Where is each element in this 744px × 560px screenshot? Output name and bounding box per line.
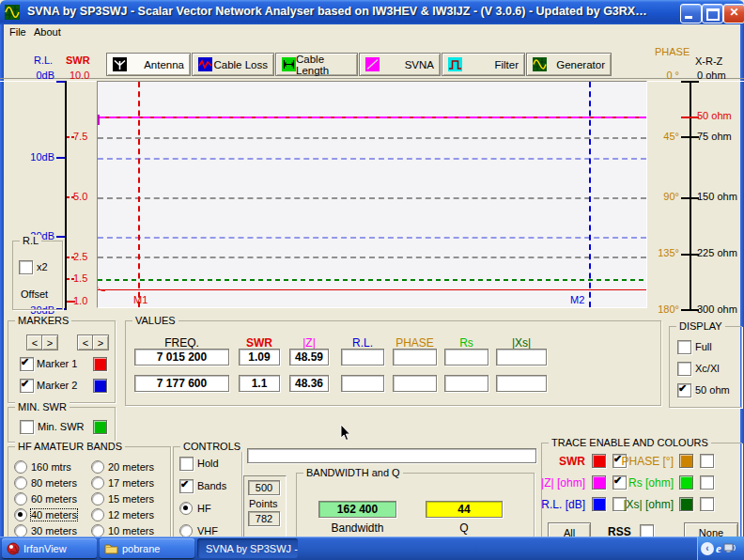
radio-160mtrs[interactable] <box>14 460 27 474</box>
radio-60meters-label[interactable]: 60 meters <box>31 493 77 505</box>
trace-phase-checkbox[interactable] <box>700 454 714 468</box>
freq2-field[interactable]: 7 177 600 <box>134 375 229 392</box>
radio-10meters[interactable] <box>91 524 104 537</box>
full-checkbox[interactable] <box>677 340 691 354</box>
z2-field[interactable]: 48.36 <box>289 375 329 392</box>
rl2-field[interactable] <box>341 375 384 392</box>
radio-20meters-label[interactable]: 20 meters <box>108 461 154 473</box>
hold-label[interactable]: Hold <box>197 458 219 469</box>
z1-field[interactable]: 48.59 <box>289 349 329 366</box>
hold-checkbox[interactable] <box>179 457 194 471</box>
marker2-label-text[interactable]: Marker 2 <box>37 380 77 391</box>
maximize-button[interactable] <box>702 4 723 23</box>
rl1-field[interactable] <box>341 349 384 366</box>
radio-160mtrs-label[interactable]: 160 mtrs <box>31 461 71 473</box>
taskbar-button-irfanview[interactable]: IrfanView <box>2 538 97 558</box>
marker2-line[interactable] <box>589 82 591 307</box>
tab-svna-label: SVNA <box>405 59 434 70</box>
x2-checkbox[interactable] <box>19 260 33 274</box>
menu-about[interactable]: About <box>34 26 61 38</box>
50ohm-label[interactable]: 50 ohm <box>695 384 730 396</box>
points-bottom-field[interactable]: 782 <box>248 511 280 526</box>
tray-display-icon[interactable] <box>723 542 736 554</box>
vhf-radio[interactable] <box>179 524 193 537</box>
chart-area[interactable]: M1 M2 <box>97 81 647 308</box>
full-label[interactable]: Full <box>695 341 712 352</box>
phase1-field[interactable] <box>393 349 437 366</box>
rs1-field[interactable] <box>444 349 488 366</box>
tab-svna[interactable]: SVNA <box>359 53 441 76</box>
swr1-field[interactable]: 1.09 <box>239 349 280 366</box>
radio-60meters[interactable] <box>14 492 27 506</box>
marker1-next-button[interactable]: > <box>41 334 58 350</box>
status-textbox[interactable] <box>247 448 536 463</box>
trace-xs-checkbox[interactable] <box>700 497 714 511</box>
tray-ie-icon[interactable]: e <box>716 541 721 556</box>
taskbar-button-label: IrfanView <box>23 543 67 554</box>
radio-15meters[interactable] <box>91 492 104 506</box>
trace-swr-swatch[interactable] <box>592 454 606 468</box>
marker2-color-swatch[interactable] <box>93 379 107 393</box>
radio-17meters-label[interactable]: 17 meters <box>108 477 154 489</box>
trace-phase-swatch[interactable] <box>679 454 693 468</box>
radio-40meters[interactable] <box>14 508 27 521</box>
phase-axis-title: PHASE <box>655 46 690 57</box>
min-swr-checkbox[interactable] <box>20 420 34 434</box>
taskbar-button-svna[interactable]: SVNA by SP3SWJ - S… <box>197 538 298 558</box>
marker1-label-text[interactable]: Marker 1 <box>37 358 77 369</box>
trace-rs-swatch[interactable] <box>679 475 693 490</box>
radio-12meters-label[interactable]: 12 meters <box>108 509 154 521</box>
trace-rs-checkbox[interactable] <box>700 475 714 490</box>
x2-label[interactable]: x2 <box>37 261 48 272</box>
trace-z-swatch[interactable] <box>592 475 606 490</box>
tray-chevron-icon[interactable]: ‹ <box>701 542 714 555</box>
taskbar-button-pobrane[interactable]: pobrane <box>100 538 194 558</box>
trace-rl-swatch[interactable] <box>592 497 606 511</box>
close-button[interactable] <box>723 4 744 23</box>
radio-15meters-label[interactable]: 15 meters <box>108 493 154 505</box>
title-bar[interactable]: SVNA by SP3SWJ - Scalar Vector Network A… <box>0 0 744 24</box>
radio-10meters-label[interactable]: 10 meters <box>108 525 154 537</box>
min-swr-label[interactable]: Min. SWR <box>38 421 85 432</box>
tab-cable-loss[interactable]: Cable Loss <box>192 53 274 76</box>
tab-generator[interactable]: Generator <box>526 53 612 76</box>
hf-radio-label[interactable]: HF <box>197 503 211 514</box>
tab-cable-length[interactable]: Cable Length <box>275 53 358 76</box>
menu-file[interactable]: File <box>9 26 26 38</box>
radio-17meters[interactable] <box>91 476 104 490</box>
bands-checkbox[interactable] <box>179 479 194 493</box>
radio-80meters[interactable] <box>14 476 27 490</box>
radio-20meters[interactable] <box>91 460 104 474</box>
phase2-field[interactable] <box>393 375 437 392</box>
marker1-color-swatch[interactable] <box>93 357 107 371</box>
radio-30meters[interactable] <box>14 524 27 537</box>
radio-80meters-label[interactable]: 80 meters <box>31 477 77 489</box>
freq1-field[interactable]: 7 015 200 <box>134 349 229 366</box>
min-swr-color-swatch[interactable] <box>93 420 107 434</box>
tab-filter[interactable]: Filter <box>442 53 525 76</box>
xs2-field[interactable] <box>496 375 547 392</box>
folder-icon <box>104 542 118 554</box>
xcxl-checkbox[interactable] <box>677 362 691 376</box>
xcxl-label[interactable]: Xc/Xl <box>695 363 720 374</box>
hf-radio[interactable] <box>179 502 193 515</box>
ohm-tick-label-50: 50 ohm <box>697 110 732 121</box>
50ohm-checkbox[interactable] <box>677 383 691 397</box>
values-header-rs: Rs <box>444 336 488 350</box>
swr2-field[interactable]: 1.1 <box>239 375 280 392</box>
marker2-next-button[interactable]: > <box>92 334 109 350</box>
radio-40meters-label[interactable]: 40 meters <box>31 509 77 521</box>
minimize-button[interactable] <box>680 4 702 23</box>
tab-antenna[interactable]: Antenna <box>106 53 191 76</box>
points-top-field[interactable]: 500 <box>248 480 280 495</box>
marker2-checkbox[interactable] <box>20 379 34 393</box>
radio-12meters[interactable] <box>91 508 104 521</box>
xs1-field[interactable] <box>496 349 547 366</box>
trace-xs-swatch[interactable] <box>679 497 693 511</box>
marker1-line[interactable] <box>138 82 140 307</box>
rs2-field[interactable] <box>444 375 488 392</box>
marker1-checkbox[interactable] <box>20 357 34 371</box>
bands-label[interactable]: Bands <box>197 480 226 491</box>
radio-30meters-label[interactable]: 30 meters <box>31 525 77 537</box>
vhf-radio-label[interactable]: VHF <box>197 525 218 537</box>
